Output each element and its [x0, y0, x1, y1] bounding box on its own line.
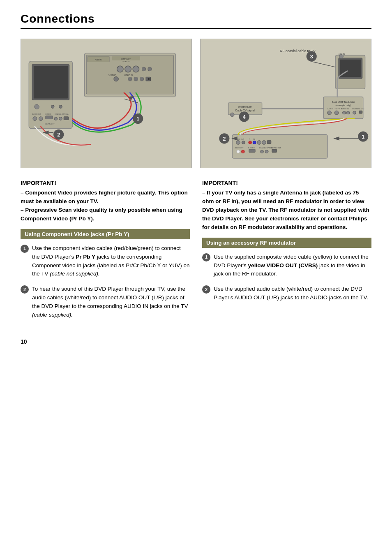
left-important-label: IMPORTANT!: [21, 180, 190, 186]
right-important-text: – If your TV only has a single Antenna I…: [202, 189, 371, 232]
left-content: IMPORTANT! – Component Video provides hi…: [21, 180, 190, 326]
svg-text:TO TV: TO TV: [334, 108, 340, 110]
left-item-2: 2 To hear the sound of this DVD Player t…: [21, 285, 190, 319]
svg-point-61: [343, 111, 346, 114]
svg-text:4: 4: [243, 114, 246, 120]
svg-rect-20: [148, 78, 150, 80]
svg-rect-23: [34, 66, 68, 98]
svg-rect-81: [267, 141, 271, 144]
svg-point-24: [35, 104, 39, 109]
svg-text:VIDEO IN: VIDEO IN: [122, 61, 129, 62]
right-important-label: IMPORTANT!: [202, 180, 371, 186]
content-section: IMPORTANT! – Component Video provides hi…: [21, 180, 371, 326]
diagrams-section: ANT IN COMPONENT VIDEO IN S-VIDEO VIDEO …: [21, 39, 371, 168]
svg-text:S-VIDEO: S-VIDEO: [248, 147, 255, 149]
left-item-2-text: To hear the sound of this DVD Player thr…: [32, 285, 190, 319]
right-diagram: RF coaxial cable to TV ANT IN Back of RF…: [200, 39, 371, 168]
right-circle-num-2: 2: [202, 285, 210, 294]
svg-point-25: [51, 105, 54, 109]
svg-point-80: [262, 141, 266, 145]
svg-text:(example only): (example only): [335, 104, 351, 106]
right-diagram-svg: RF coaxial cable to TV ANT IN Back of RF…: [201, 39, 371, 167]
svg-point-10: [133, 66, 139, 72]
svg-rect-66: [359, 111, 362, 113]
svg-rect-91: [272, 149, 277, 153]
svg-text:3: 3: [310, 54, 313, 60]
svg-rect-35: [64, 117, 69, 120]
svg-text:ANT IN: ANT IN: [327, 108, 333, 110]
left-diagram: ANT IN COMPONENT VIDEO IN S-VIDEO VIDEO …: [21, 39, 192, 168]
svg-point-64: [353, 111, 356, 114]
right-item-2: 2 Use the supplied audio cable (white/re…: [202, 285, 371, 302]
svg-point-59: [334, 111, 339, 115]
svg-text:Antenna or: Antenna or: [238, 105, 252, 108]
svg-text:AUDIO OUT: AUDIO OUT: [235, 147, 244, 149]
svg-point-57: [327, 111, 332, 115]
svg-point-28: [33, 117, 37, 121]
svg-point-84: [241, 150, 244, 153]
svg-point-34: [59, 117, 62, 120]
svg-text:DIGITAL OUT: DIGITAL OUT: [45, 123, 55, 125]
svg-text:COMPONENT: COMPONENT: [121, 58, 131, 60]
svg-point-17: [134, 77, 138, 81]
left-item-1: 1 Use the component video cables (red/bl…: [21, 244, 190, 279]
svg-text:1: 1: [136, 116, 139, 122]
title-divider: [21, 28, 371, 29]
svg-point-83: [237, 150, 240, 153]
svg-text:ANT IN: ANT IN: [339, 53, 345, 55]
svg-text:COAXIAL OPTICAL: COAXIAL OPTICAL: [55, 113, 69, 115]
left-important-text: – Component Video provides higher pictur…: [21, 189, 190, 223]
page-title: Connections: [21, 12, 371, 25]
svg-text:AUDIO IN: AUDIO IN: [341, 108, 349, 110]
svg-text:ANT IN: ANT IN: [95, 59, 101, 61]
svg-text:CH3 CH4: CH3 CH4: [357, 108, 364, 110]
svg-point-11: [142, 67, 146, 71]
right-content: IMPORTANT! – If your TV only has a singl…: [202, 180, 371, 326]
right-item-2-text: Use the supplied audio cable (white/red)…: [214, 285, 371, 302]
svg-point-12: [148, 67, 152, 71]
page-number: 10: [21, 338, 371, 345]
svg-text:S-VIDEO: S-VIDEO: [108, 74, 116, 76]
circle-num-2: 2: [21, 285, 29, 294]
right-section-header: Using an accessory RF modulator: [202, 238, 371, 248]
svg-point-88: [261, 150, 264, 153]
svg-point-33: [54, 117, 58, 120]
svg-point-79: [257, 141, 261, 145]
svg-point-29: [39, 117, 43, 121]
svg-point-62: [346, 111, 350, 114]
svg-point-9: [125, 66, 131, 72]
svg-point-78: [253, 141, 256, 144]
svg-text:DIGITAL OUT: DIGITAL OUT: [271, 147, 281, 149]
svg-text:AUDIO OUT: AUDIO OUT: [32, 113, 41, 115]
svg-rect-86: [249, 149, 255, 153]
svg-text:VIDEO IN: VIDEO IN: [124, 74, 133, 76]
right-circle-num-1: 1: [202, 253, 210, 261]
svg-point-26: [59, 105, 62, 109]
right-item-1-text: Use the supplied composite video cable (…: [214, 253, 371, 279]
left-section-header: Using Component Video jacks (Pr Pb Y): [21, 229, 190, 239]
svg-text:2: 2: [223, 136, 226, 142]
svg-text:Back of RF Modulator: Back of RF Modulator: [332, 101, 355, 103]
left-item-1-text: Use the component video cables (red/blue…: [32, 244, 190, 279]
svg-text:2: 2: [57, 132, 60, 138]
svg-rect-71: [232, 134, 327, 158]
circle-num-1: 1: [21, 245, 29, 253]
svg-point-89: [265, 150, 268, 153]
svg-point-8: [117, 66, 123, 72]
svg-point-18: [140, 77, 144, 81]
svg-point-70: [230, 113, 234, 117]
svg-rect-50: [340, 60, 361, 77]
svg-text:S-VIDEO: S-VIDEO: [45, 113, 51, 115]
svg-point-74: [242, 141, 245, 144]
svg-text:1: 1: [362, 134, 364, 140]
right-item-1: 1 Use the supplied composite video cable…: [202, 253, 371, 279]
svg-text:Pb: Pb: [253, 139, 255, 140]
svg-point-73: [236, 141, 240, 145]
svg-point-16: [128, 77, 132, 81]
svg-point-14: [114, 76, 119, 81]
svg-point-76: [249, 141, 252, 144]
svg-rect-31: [46, 116, 53, 119]
left-diagram-svg: ANT IN COMPONENT VIDEO IN S-VIDEO VIDEO …: [21, 39, 191, 167]
